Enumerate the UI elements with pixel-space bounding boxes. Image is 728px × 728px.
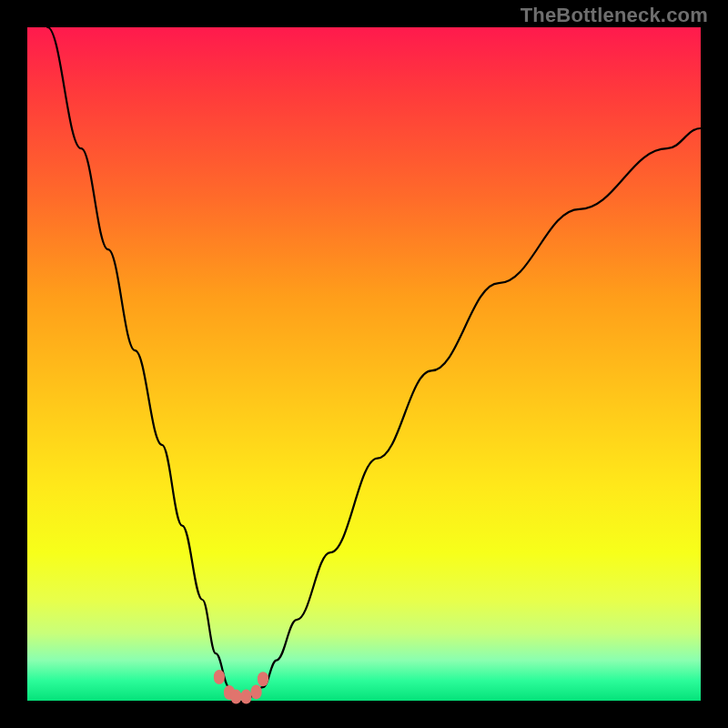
curve-markers: [214, 670, 268, 704]
chart-svg: [27, 27, 701, 701]
watermark-text: TheBottleneck.com: [521, 4, 708, 27]
bottleneck-curve: [47, 27, 701, 697]
curve-marker: [214, 670, 225, 684]
chart-frame: TheBottleneck.com: [0, 0, 728, 728]
curve-marker: [230, 690, 241, 704]
curve-marker: [251, 684, 262, 699]
chart-plot-area: [27, 27, 701, 701]
curve-marker: [241, 690, 252, 704]
curve-marker: [258, 672, 268, 686]
